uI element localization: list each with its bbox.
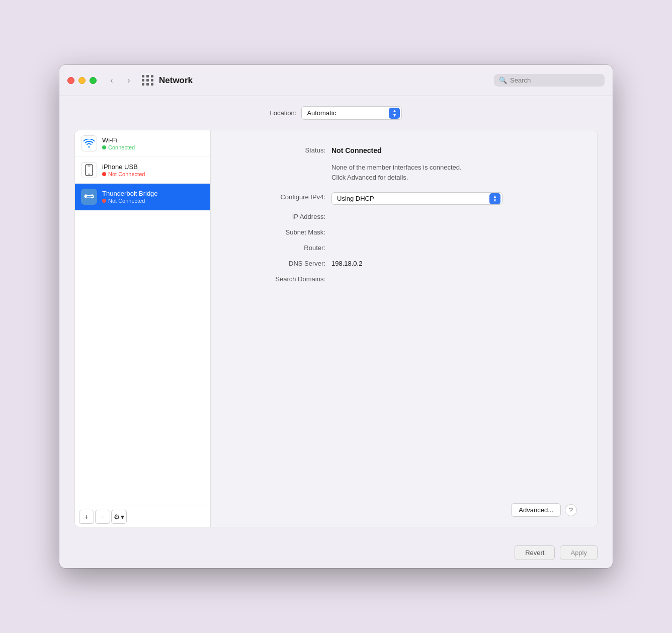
wifi-name: Wi-Fi [102, 136, 135, 144]
configure-ipv4-row: Configure IPv4: Using DHCP Manually Off … [231, 192, 577, 205]
status-description: None of the member interfaces is connect… [331, 162, 462, 182]
apply-button[interactable]: Apply [560, 545, 598, 560]
close-button[interactable] [67, 77, 74, 84]
sidebar-item-wifi[interactable]: Wi-Fi Connected [75, 130, 210, 157]
grid-icon [142, 75, 154, 86]
revert-button[interactable]: Revert [515, 545, 555, 560]
sidebar-toolbar: + − ⚙ ▾ [75, 506, 210, 527]
network-preferences-window: ‹ › Network 🔍 Location: Automatic Home [59, 65, 613, 568]
search-bar[interactable]: 🔍 [494, 74, 605, 87]
detail-panel: Status: Not Connected None of the member… [211, 130, 597, 527]
search-domains-row: Search Domains: [231, 274, 577, 283]
ip-address-label: IP Address: [231, 212, 331, 220]
maximize-button[interactable] [90, 77, 97, 84]
iphone-usb-icon [81, 162, 97, 178]
dns-server-label: DNS Server: [231, 259, 331, 267]
detail-section: Status: Not Connected None of the member… [231, 145, 577, 493]
iphone-usb-status-dot [102, 172, 106, 176]
search-icon: 🔍 [499, 76, 507, 84]
thunderbolt-bridge-icon [81, 189, 97, 205]
dns-server-row: DNS Server: 198.18.0.2 [231, 259, 577, 267]
status-value: Not Connected [331, 145, 382, 154]
search-domains-label: Search Domains: [231, 274, 331, 283]
wifi-status-dot [102, 145, 106, 149]
dns-server-value: 198.18.0.2 [331, 259, 362, 267]
status-label: Status: [231, 145, 331, 154]
thunderbolt-bridge-status: Not Connected [102, 198, 158, 204]
gear-icon: ⚙ [114, 513, 120, 521]
wifi-item-text: Wi-Fi Connected [102, 136, 135, 150]
configure-ipv4-label: Configure IPv4: [231, 192, 331, 201]
forward-button[interactable]: › [122, 75, 136, 86]
svg-rect-1 [88, 166, 91, 167]
subnet-mask-label: Subnet Mask: [231, 227, 331, 236]
minimize-button[interactable] [78, 77, 86, 84]
footer-buttons: Revert Apply [59, 537, 613, 568]
main-area: Wi-Fi Connected [74, 130, 598, 527]
location-select-wrapper: Automatic Home Work Edit Locations... ▲ … [301, 106, 402, 120]
titlebar: ‹ › Network 🔍 [59, 65, 613, 96]
advanced-help-buttons: Advanced... ? [511, 503, 577, 517]
wifi-status-text: Connected [108, 144, 135, 150]
router-label: Router: [231, 243, 331, 252]
thunderbolt-bridge-item-text: Thunderbolt Bridge Not Connected [102, 190, 158, 204]
ip-address-row: IP Address: [231, 212, 577, 220]
sidebar: Wi-Fi Connected [75, 130, 211, 527]
traffic-lights [67, 77, 97, 84]
sidebar-item-iphone-usb[interactable]: iPhone USB Not Connected [75, 157, 210, 184]
thunderbolt-bridge-status-text: Not Connected [108, 198, 145, 204]
status-description-row: None of the member interfaces is connect… [231, 162, 577, 182]
thunderbolt-bridge-name: Thunderbolt Bridge [102, 190, 158, 197]
iphone-usb-status: Not Connected [102, 171, 145, 177]
router-row: Router: [231, 243, 577, 252]
configure-ipv4-select[interactable]: Using DHCP Manually Off Using BootP Usin… [331, 192, 502, 205]
advanced-button[interactable]: Advanced... [511, 503, 561, 517]
thunderbolt-bridge-status-dot [102, 199, 106, 203]
app-icon [141, 73, 155, 88]
help-button[interactable]: ? [565, 504, 577, 516]
location-row: Location: Automatic Home Work Edit Locat… [74, 106, 598, 120]
content-area: Location: Automatic Home Work Edit Locat… [59, 96, 613, 537]
nav-buttons: ‹ › [105, 75, 136, 86]
sidebar-item-thunderbolt-bridge[interactable]: Thunderbolt Bridge Not Connected [75, 184, 210, 210]
remove-network-button[interactable]: − [95, 510, 110, 524]
iphone-usb-status-text: Not Connected [108, 171, 145, 177]
window-title: Network [159, 75, 494, 86]
back-button[interactable]: ‹ [105, 75, 119, 86]
subnet-mask-row: Subnet Mask: [231, 227, 577, 236]
gear-chevron-icon: ▾ [121, 513, 124, 521]
wifi-icon [81, 135, 97, 151]
location-label: Location: [270, 109, 297, 117]
configure-ipv4-select-wrapper: Using DHCP Manually Off Using BootP Usin… [331, 192, 502, 205]
network-list: Wi-Fi Connected [75, 130, 210, 506]
svg-rect-5 [85, 195, 94, 196]
add-network-button[interactable]: + [79, 510, 94, 524]
location-select[interactable]: Automatic Home Work Edit Locations... [301, 106, 402, 120]
status-row: Status: Not Connected [231, 145, 577, 154]
gear-menu-button[interactable]: ⚙ ▾ [111, 510, 127, 524]
iphone-usb-item-text: iPhone USB Not Connected [102, 163, 145, 177]
svg-point-2 [89, 174, 90, 175]
wifi-status: Connected [102, 144, 135, 150]
iphone-usb-name: iPhone USB [102, 163, 145, 171]
detail-bottom: Advanced... ? [231, 503, 577, 517]
status-description-spacer [231, 162, 331, 163]
search-input[interactable] [510, 76, 600, 84]
